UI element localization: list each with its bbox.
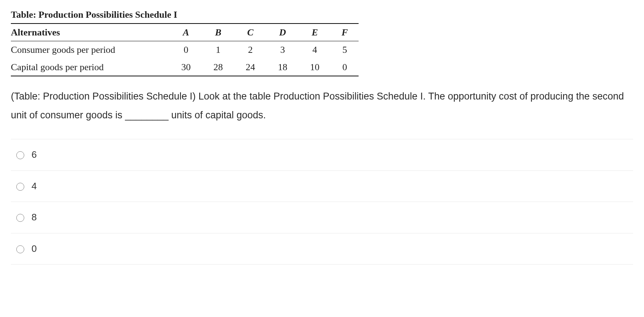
col-C: C	[234, 24, 267, 41]
ppf-table: Alternatives A B C D E F Consumer goods …	[11, 23, 359, 77]
option-radio-0[interactable]	[16, 151, 24, 159]
ppf-table-block: Table: Production Possibilities Schedule…	[11, 7, 633, 76]
option-row[interactable]: 8	[11, 202, 633, 233]
table-header-row: Alternatives A B C D E F	[11, 24, 359, 41]
col-A: A	[170, 24, 202, 41]
option-label: 6	[32, 147, 37, 162]
option-row[interactable]: 4	[11, 171, 633, 202]
cell: 28	[202, 59, 234, 76]
cell: 3	[267, 41, 299, 59]
cell: 30	[170, 59, 202, 76]
alternatives-header: Alternatives	[11, 24, 170, 41]
option-radio-1[interactable]	[16, 183, 24, 191]
answer-options: 6 4 8 0	[11, 139, 633, 265]
row-label-capital: Capital goods per period	[11, 59, 170, 76]
cell: 1	[202, 41, 234, 59]
option-radio-2[interactable]	[16, 214, 24, 222]
col-E: E	[299, 24, 331, 41]
option-label: 4	[32, 179, 37, 194]
option-label: 8	[32, 210, 37, 225]
row-label-consumer: Consumer goods per period	[11, 41, 170, 59]
table-row: Capital goods per period 30 28 24 18 10 …	[11, 59, 359, 76]
cell: 0	[170, 41, 202, 59]
cell: 5	[331, 41, 359, 59]
table-title: Table: Production Possibilities Schedule…	[11, 7, 633, 22]
cell: 4	[299, 41, 331, 59]
cell: 10	[299, 59, 331, 76]
option-label: 0	[32, 241, 37, 257]
option-row[interactable]: 6	[11, 139, 633, 171]
cell: 18	[267, 59, 299, 76]
cell: 24	[234, 59, 267, 76]
option-row[interactable]: 0	[11, 233, 633, 265]
cell: 2	[234, 41, 267, 59]
col-D: D	[267, 24, 299, 41]
option-radio-3[interactable]	[16, 245, 24, 253]
table-row: Consumer goods per period 0 1 2 3 4 5	[11, 41, 359, 59]
cell: 0	[331, 59, 359, 76]
col-F: F	[331, 24, 359, 41]
question-text: (Table: Production Possibilities Schedul…	[11, 87, 633, 124]
col-B: B	[202, 24, 234, 41]
